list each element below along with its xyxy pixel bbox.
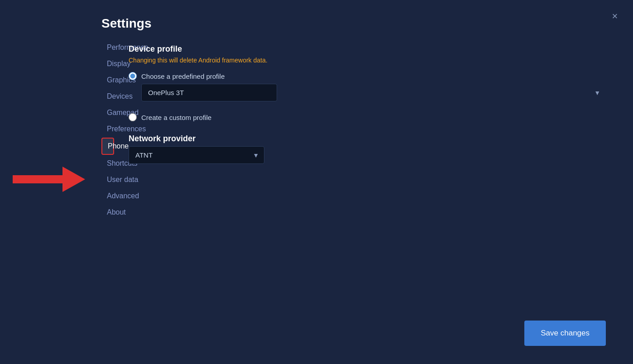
- save-changes-button[interactable]: Save changes: [524, 321, 606, 346]
- predefined-profile-select-wrapper: OnePlus 3TSamsung Galaxy S9Pixel 3Nexus …: [141, 84, 606, 101]
- device-profile-warning: Changing this will delete Android framew…: [129, 57, 606, 64]
- predefined-profile-radio[interactable]: [129, 72, 137, 80]
- network-provider-title: Network provider: [129, 134, 606, 144]
- device-profile-section: Device profile Changing this will delete…: [129, 44, 606, 121]
- custom-profile-text: Create a custom profile: [141, 114, 211, 121]
- settings-body: PerformanceDisplayGraphicsDevicesGamepad…: [0, 40, 633, 364]
- predefined-profile-label[interactable]: Choose a predefined profile: [129, 72, 606, 80]
- network-provider-select-wrapper: ATNTT-MobileVerizonSprint ▼: [129, 146, 264, 164]
- arrow-annotation: [13, 167, 90, 192]
- settings-title: Settings: [0, 0, 633, 40]
- predefined-profile-text: Choose a predefined profile: [141, 72, 225, 80]
- close-button[interactable]: ×: [608, 9, 622, 24]
- sidebar: PerformanceDisplayGraphicsDevicesGamepad…: [0, 40, 101, 364]
- arrow-body: [13, 175, 62, 183]
- settings-dialog: × Settings PerformanceDisplayGraphicsDev…: [0, 0, 633, 364]
- arrow-head: [62, 167, 85, 192]
- network-provider-select[interactable]: ATNTT-MobileVerizonSprint: [129, 146, 264, 164]
- predefined-profile-select[interactable]: OnePlus 3TSamsung Galaxy S9Pixel 3Nexus …: [141, 84, 277, 101]
- predefined-profile-dropdown-arrow: ▼: [594, 89, 600, 96]
- save-btn-container: Save changes: [524, 321, 606, 346]
- main-content: Device profile Changing this will delete…: [101, 40, 633, 364]
- radio-group: Choose a predefined profile OnePlus 3TSa…: [129, 72, 606, 121]
- device-profile-title: Device profile: [129, 44, 606, 54]
- custom-profile-label[interactable]: Create a custom profile: [129, 113, 606, 121]
- network-provider-section: Network provider ATNTT-MobileVerizonSpri…: [129, 134, 606, 168]
- custom-profile-radio[interactable]: [129, 113, 137, 121]
